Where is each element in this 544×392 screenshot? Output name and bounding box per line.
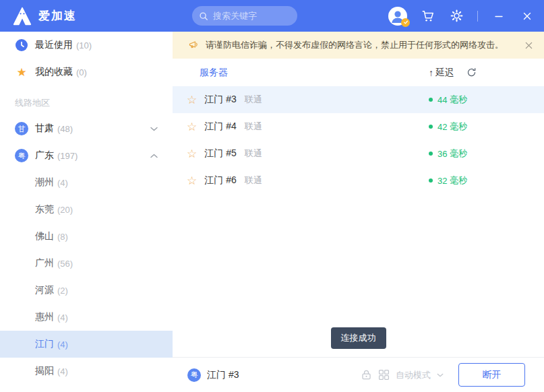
close-window-button[interactable] bbox=[520, 9, 535, 24]
sort-ascending-icon[interactable]: ↑ bbox=[429, 67, 433, 78]
warning-text: 请谨防电信诈骗，不得发布虚假的网络言论，禁止用于任何形式的网络攻击。 bbox=[206, 39, 504, 51]
status-dot bbox=[429, 98, 433, 102]
sidebar-item-count: (10) bbox=[76, 40, 92, 51]
status-dot bbox=[429, 152, 433, 156]
disconnect-button[interactable]: 断开 bbox=[458, 363, 525, 387]
favorite-star-icon[interactable]: ☆ bbox=[187, 121, 197, 133]
sidebar-item-favorites[interactable]: ★ 我的收藏 (0) bbox=[0, 59, 173, 86]
current-region-badge: 粤 bbox=[187, 368, 201, 382]
sidebar-city-chaozhou[interactable]: 潮州 (4) bbox=[0, 169, 173, 196]
main-panel: 请谨防电信诈骗，不得发布虚假的网络言论，禁止用于任何形式的网络攻击。 服务器 ↑… bbox=[173, 32, 544, 392]
search-box[interactable] bbox=[192, 6, 297, 26]
status-dot bbox=[429, 125, 433, 129]
sidebar-city-heyuan[interactable]: 河源 (2) bbox=[0, 277, 173, 304]
sidebar-item-recent[interactable]: 最近使用 (10) bbox=[0, 32, 173, 59]
latency-value: 44 毫秒 bbox=[429, 94, 467, 106]
sidebar-section-label: 线路地区 bbox=[0, 86, 173, 115]
region-badge: 甘 bbox=[15, 122, 28, 135]
sidebar-item-label: 最近使用 bbox=[35, 39, 73, 51]
server-row[interactable]: ☆ 江门 #4 联通 42 毫秒 bbox=[173, 113, 544, 140]
star-icon: ★ bbox=[15, 67, 28, 78]
server-list-header: 服务器 ↑ 延迟 bbox=[173, 59, 544, 86]
refresh-icon[interactable] bbox=[466, 67, 477, 77]
toast-message: 连接成功 bbox=[331, 327, 386, 349]
server-row[interactable]: ☆ 江门 #5 联通 36 毫秒 bbox=[173, 140, 544, 167]
server-list: ☆ 江门 #3 联通 44 毫秒 ☆ 江门 #4 联通 42 毫秒 bbox=[173, 86, 544, 194]
server-row[interactable]: ☆ 江门 #6 联通 32 毫秒 bbox=[173, 167, 544, 194]
sidebar-city-dongguan[interactable]: 东莞 (20) bbox=[0, 196, 173, 223]
topbar: 爱加速 bbox=[0, 0, 544, 32]
sidebar-region-gansu[interactable]: 甘 甘肃 (48) bbox=[0, 115, 173, 142]
warning-banner: 请谨防电信诈骗，不得发布虚假的网络言论，禁止用于任何形式的网络攻击。 bbox=[173, 32, 544, 59]
favorite-star-icon[interactable]: ☆ bbox=[187, 94, 197, 106]
sidebar-city-huizhou[interactable]: 惠州 (4) bbox=[0, 304, 173, 331]
settings-gear-icon[interactable] bbox=[449, 9, 464, 24]
app-window: 爱加速 bbox=[0, 0, 544, 392]
server-row[interactable]: ☆ 江门 #3 联通 44 毫秒 bbox=[173, 86, 544, 113]
latency-value: 36 毫秒 bbox=[429, 148, 467, 160]
region-count: (197) bbox=[57, 151, 78, 161]
sidebar-city-guangzhou[interactable]: 广州 (56) bbox=[0, 250, 173, 277]
status-dot bbox=[429, 178, 433, 183]
banner-close-icon[interactable] bbox=[524, 41, 533, 50]
latency-value: 42 毫秒 bbox=[429, 121, 467, 133]
sidebar-item-label: 我的收藏 bbox=[35, 66, 73, 78]
user-avatar[interactable] bbox=[388, 7, 407, 26]
column-latency-label[interactable]: 延迟 bbox=[435, 67, 454, 79]
clock-icon bbox=[15, 39, 28, 51]
sidebar-region-guangdong[interactable]: 粤 广东 (197) bbox=[0, 142, 173, 169]
chevron-down-icon[interactable] bbox=[437, 373, 444, 377]
topbar-actions bbox=[388, 0, 535, 32]
app-title: 爱加速 bbox=[38, 8, 77, 24]
mode-grid-icon[interactable] bbox=[378, 369, 390, 381]
chevron-up-icon bbox=[150, 154, 158, 158]
current-server-name: 江门 #3 bbox=[207, 369, 239, 381]
sidebar-city-jiangmen[interactable]: 江门 (4) bbox=[0, 331, 173, 358]
megaphone-icon bbox=[189, 40, 200, 51]
region-label: 广东 bbox=[35, 150, 54, 162]
sidebar-city-foshan[interactable]: 佛山 (8) bbox=[0, 223, 173, 250]
status-bar: 粤 江门 #3 bbox=[173, 357, 544, 392]
sidebar-city-jieyang[interactable]: 揭阳 (4) bbox=[0, 358, 173, 385]
region-count: (48) bbox=[57, 124, 73, 134]
search-icon bbox=[199, 11, 208, 21]
latency-value: 32 毫秒 bbox=[429, 174, 467, 187]
topbar-divider bbox=[477, 11, 478, 22]
chevron-down-icon bbox=[150, 127, 158, 131]
logo-icon bbox=[12, 6, 32, 26]
favorite-star-icon[interactable]: ☆ bbox=[187, 148, 197, 160]
column-server-label: 服务器 bbox=[200, 67, 228, 79]
sidebar-item-count: (0) bbox=[76, 67, 87, 77]
app-logo: 爱加速 bbox=[12, 6, 77, 26]
minimize-button[interactable] bbox=[491, 9, 506, 24]
region-label: 甘肃 bbox=[35, 123, 54, 135]
mode-selector-label[interactable]: 自动模式 bbox=[396, 369, 431, 381]
favorite-star-icon[interactable]: ☆ bbox=[187, 175, 197, 187]
lock-icon bbox=[361, 369, 372, 381]
vip-badge-icon bbox=[401, 18, 410, 27]
search-input[interactable] bbox=[213, 11, 287, 21]
cart-icon[interactable] bbox=[421, 9, 435, 24]
region-badge: 粤 bbox=[15, 149, 28, 162]
sidebar: 最近使用 (10) ★ 我的收藏 (0) 线路地区 甘 甘肃 (48) 粤 广东… bbox=[0, 32, 173, 392]
